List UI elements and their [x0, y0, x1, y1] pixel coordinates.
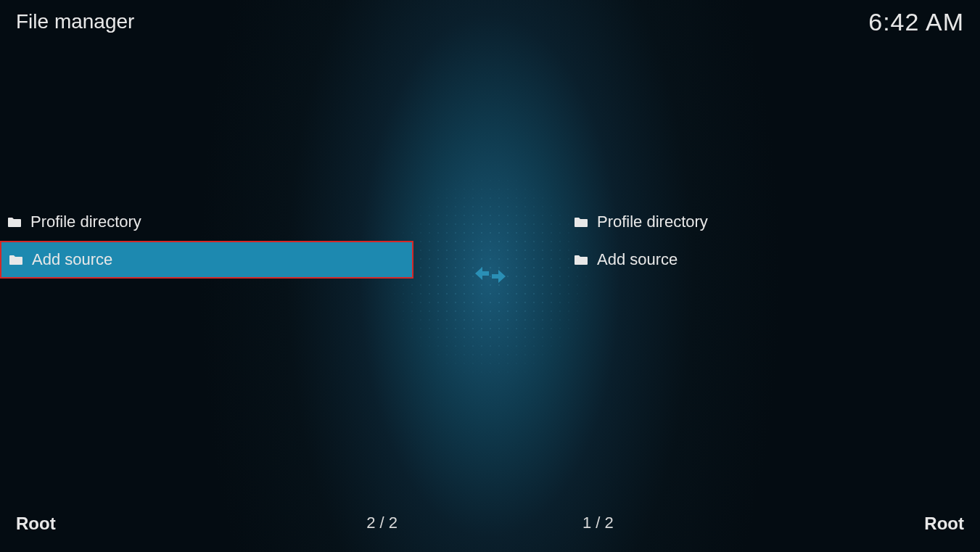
right-pane: Profile directory Add source [567, 203, 980, 279]
folder-icon [7, 216, 22, 228]
header: File manager 6:42 AM [0, 0, 980, 44]
transfer-arrows-icon [473, 261, 508, 292]
footer-right: 1 / 2 Root [567, 514, 980, 547]
list-item-label: Profile directory [30, 213, 141, 231]
folder-icon [574, 216, 588, 228]
right-count-label: 1 / 2 [582, 514, 614, 534]
right-path-label: Root [924, 514, 964, 534]
list-item-label: Profile directory [597, 213, 708, 231]
clock: 6:42 AM [868, 8, 964, 36]
page-title: File manager [16, 10, 134, 33]
list-item-profile-directory[interactable]: Profile directory [567, 203, 980, 241]
footer: Root 2 / 2 1 / 2 Root [0, 508, 980, 552]
left-path-label: Root [16, 514, 56, 534]
list-item-add-source[interactable]: Add source [0, 241, 413, 279]
left-pane: Profile directory Add source [0, 203, 413, 279]
list-item-profile-directory[interactable]: Profile directory [0, 203, 413, 241]
list-item-add-source[interactable]: Add source [567, 241, 980, 279]
left-count-label: 2 / 2 [366, 514, 398, 534]
folder-icon [574, 254, 588, 265]
footer-left: Root 2 / 2 [0, 514, 413, 547]
list-item-label: Add source [32, 250, 112, 269]
folder-icon [9, 254, 23, 265]
list-item-label: Add source [597, 250, 678, 269]
